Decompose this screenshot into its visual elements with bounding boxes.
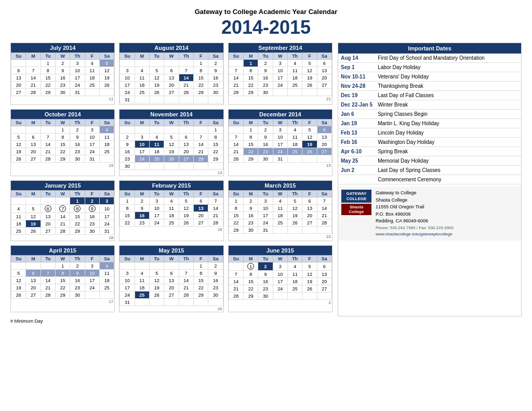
calendar-cell: 12 xyxy=(179,205,193,212)
calendar-cell: 17 xyxy=(135,148,149,155)
calendar-cell: 11 xyxy=(287,67,302,74)
day-of-week-header: Tu xyxy=(258,256,273,262)
calendar-cell: 6 xyxy=(317,126,331,134)
calendar-cell: 10 xyxy=(273,67,287,74)
calendar-cell: 29 xyxy=(243,155,258,163)
important-date-desc: Washington Day Holiday xyxy=(375,138,521,147)
calendar-cell: 17 xyxy=(99,213,114,220)
calendar-cell: 20 xyxy=(164,284,179,291)
important-date-row: Nov 10-11Veterans' Day Holiday xyxy=(338,72,521,82)
college-logo: GATEWAYCOLLEGE ShastaCollege xyxy=(341,190,371,215)
day-of-week-header: W xyxy=(273,191,287,197)
calendar-cell: 6 xyxy=(317,60,331,67)
day-of-week-header: Sa xyxy=(317,191,331,197)
day-of-week-header: Sa xyxy=(99,120,114,126)
calendar-cell: 1 xyxy=(120,197,135,205)
calendar-cell: 2 xyxy=(258,262,273,271)
calendar-cell: 15 xyxy=(55,277,70,284)
month-footer: 15 xyxy=(229,163,332,168)
calendar-cell: 7 xyxy=(229,134,243,141)
calendar-month: June 2015SuMTuWThFSa12345678910111213141… xyxy=(228,245,332,312)
calendar-cell: 30 xyxy=(120,163,135,170)
day-of-week-header: F xyxy=(85,256,99,262)
calendar-cell: 26 xyxy=(26,228,41,235)
calendar-cell: 2 xyxy=(120,134,135,141)
calendar-cell: 2 xyxy=(208,262,223,270)
calendar-cell: 9 xyxy=(243,205,258,212)
day-of-week-header: Tu xyxy=(149,53,164,60)
day-of-week-header: W xyxy=(55,191,70,197)
calendar-cell xyxy=(99,155,114,163)
day-of-week-header: W xyxy=(55,256,70,262)
calendar-cell: 7 xyxy=(208,197,223,205)
calendar-cell: 28 xyxy=(193,155,208,163)
important-date-row: Jun 2Last Day of Spring Classes xyxy=(338,166,521,175)
calendar-cell: 12 xyxy=(11,141,26,148)
calendar-cell: 29 xyxy=(70,228,85,235)
calendar-cell: 5 xyxy=(179,197,193,205)
calendar-cell: 29 xyxy=(193,89,208,96)
day-of-week-header: Th xyxy=(179,120,193,126)
important-date-desc: Thanksgiving Break xyxy=(375,82,521,91)
calendar-cell: 16 xyxy=(208,277,223,284)
calendar-cell: 30 xyxy=(55,89,70,96)
day-of-week-header: Tu xyxy=(149,256,164,262)
important-date-label: Sep 1 xyxy=(338,63,375,72)
important-date-desc: Last Day of Fall Classes xyxy=(375,91,521,100)
calendar-cell xyxy=(302,89,317,96)
gateway-logo: GATEWAYCOLLEGE xyxy=(341,190,371,203)
calendar-cell: 28 xyxy=(26,89,41,96)
calendar-cell: 4 xyxy=(99,262,114,270)
month-footer: 23 xyxy=(11,163,114,168)
day-of-week-header: Th xyxy=(179,256,193,262)
calendar-cell: 24 xyxy=(70,82,85,89)
month-header: December 2014 xyxy=(229,110,332,119)
calendar-cell: 22 xyxy=(193,82,208,89)
calendar-cell: 13 xyxy=(26,277,41,284)
day-of-week-header: M xyxy=(243,191,258,197)
calendar-cell: 18 xyxy=(164,212,179,219)
calendar-cell: 31 xyxy=(258,227,273,234)
calendar-cell: 18 xyxy=(149,148,164,155)
calendar-month: February 2015SuMTuWThFSa1234567891011121… xyxy=(119,180,223,241)
calendar-cell: 12 xyxy=(164,141,179,148)
calendar-cell: 16 xyxy=(85,213,99,220)
day-of-week-header: Tu xyxy=(41,191,55,197)
calendar-cell: 25 xyxy=(273,219,287,227)
calendar-cell: 5 xyxy=(11,134,26,141)
month-grid: SuMTuWThFSa12345678910111213141516171819… xyxy=(11,255,114,299)
calendar-month: March 2015SuMTuWThFSa1234567891011121314… xyxy=(228,180,332,241)
college-address3: Redding, CA 96049-6006 xyxy=(376,218,454,225)
calendar-cell: 4 xyxy=(85,60,99,67)
calendar-cell: 8 xyxy=(243,67,258,74)
month-header: February 2015 xyxy=(119,181,223,190)
calendar-cell: 14 xyxy=(41,277,55,284)
month-footer: 13 xyxy=(119,170,223,176)
calendar-cell: 13 xyxy=(317,67,331,74)
important-date-label: Dec 22-Jan 5 xyxy=(338,100,375,110)
calendar-cell: 18 xyxy=(99,277,114,284)
calendar-cell: 21 xyxy=(179,284,193,291)
calendar-cell: 2 xyxy=(243,197,258,205)
day-of-week-header: Tu xyxy=(258,53,273,60)
calendar-cell: 14 xyxy=(193,141,208,148)
calendar-row: October 2014SuMTuWThFSa12345678910111213… xyxy=(10,109,332,176)
calendar-cell: 3 xyxy=(85,126,99,134)
calendar-cell: 1 xyxy=(229,197,243,205)
calendar-cell: 26 xyxy=(179,219,193,227)
calendar-cell: 25 xyxy=(287,148,302,155)
calendar-cell: 31 xyxy=(273,155,287,163)
calendar-cell: 23 xyxy=(135,219,149,227)
month-grid: SuMTuWThFSa12345678910111213141516171819… xyxy=(119,52,223,103)
calendar-cell: 15 xyxy=(120,212,135,219)
day-of-week-header: Su xyxy=(229,120,243,126)
calendar-cell: 3 xyxy=(258,197,273,205)
calendar-cell xyxy=(135,262,149,270)
calendar-cell: 6 xyxy=(193,197,208,205)
calendar-cell: 10 xyxy=(120,74,135,82)
important-date-desc: Commencement Ceremony xyxy=(375,175,521,184)
calendar-cell: 25 xyxy=(85,82,99,89)
calendar-cell: 9 xyxy=(70,134,85,141)
college-name: Gateway to College xyxy=(376,190,454,197)
calendar-cell: 29 xyxy=(193,291,208,299)
